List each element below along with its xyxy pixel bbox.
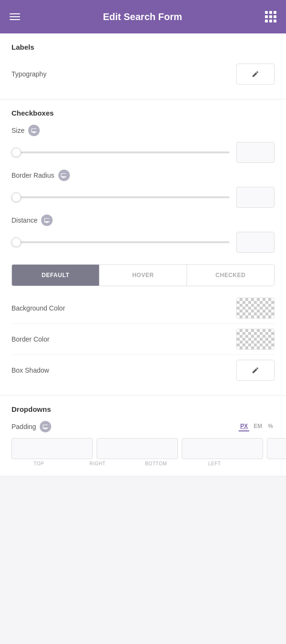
background-color-label: Background Color xyxy=(11,304,65,312)
typography-edit-button[interactable] xyxy=(236,64,275,85)
size-label: Size xyxy=(11,127,24,134)
checkboxes-section-title: Checkboxes xyxy=(11,109,275,117)
distance-slider-row xyxy=(11,232,275,253)
padding-field-labels: TOP RIGHT BOTTOM LEFT xyxy=(11,461,275,466)
padding-inputs-row xyxy=(11,438,275,459)
background-color-swatch[interactable] xyxy=(236,298,275,319)
padding-right-input[interactable] xyxy=(97,438,178,459)
size-device-badge[interactable] xyxy=(28,125,40,136)
dropdowns-section: Dropdowns Padding PX EM % TOP xyxy=(0,396,286,476)
size-slider-thumb[interactable] xyxy=(11,148,21,157)
border-radius-slider-input[interactable] xyxy=(236,187,275,208)
border-radius-slider-group xyxy=(11,181,275,215)
border-color-row: Border Color xyxy=(11,324,275,355)
monitor-icon-3 xyxy=(44,217,50,224)
label-top: TOP xyxy=(11,461,66,466)
size-slider-row xyxy=(11,142,275,163)
padding-label: Padding xyxy=(11,423,36,430)
dropdowns-section-title: Dropdowns xyxy=(11,405,275,413)
monitor-icon xyxy=(31,128,37,134)
size-slider-track[interactable] xyxy=(11,151,230,153)
app-header: Edit Search Form xyxy=(0,0,286,33)
unit-px[interactable]: PX xyxy=(239,422,249,431)
label-right: RIGHT xyxy=(70,461,125,466)
label-link-spacer xyxy=(246,461,275,466)
distance-slider-group xyxy=(11,226,275,259)
padding-bottom-input[interactable] xyxy=(182,438,263,459)
label-left: LEFT xyxy=(187,461,242,466)
distance-slider-thumb[interactable] xyxy=(11,237,21,247)
checkboxes-section: Checkboxes Size Border Radius xyxy=(0,99,286,396)
typography-row: Typography xyxy=(11,59,275,89)
padding-header: Padding PX EM % xyxy=(11,421,275,432)
distance-label: Distance xyxy=(11,216,37,224)
border-radius-slider-track[interactable] xyxy=(11,196,230,198)
apps-button[interactable] xyxy=(265,11,276,22)
menu-button[interactable] xyxy=(10,13,20,20)
monitor-icon-2 xyxy=(61,172,67,179)
size-slider-input[interactable] xyxy=(236,142,275,163)
pencil-icon xyxy=(252,70,259,78)
border-radius-device-badge[interactable] xyxy=(58,170,70,181)
label-bottom: BOTTOM xyxy=(129,461,184,466)
background-color-row: Background Color xyxy=(11,293,275,324)
distance-label-row: Distance xyxy=(11,215,275,226)
tab-checked[interactable]: CHECKED xyxy=(187,265,274,286)
tab-hover[interactable]: HOVER xyxy=(99,265,187,286)
border-radius-label: Border Radius xyxy=(11,172,55,179)
unit-em[interactable]: EM xyxy=(252,422,264,431)
box-shadow-row: Box Shadow xyxy=(11,355,275,386)
labels-section-title: Labels xyxy=(11,43,275,51)
padding-left-input[interactable] xyxy=(267,438,286,459)
unit-percent[interactable]: % xyxy=(266,422,275,431)
typography-label: Typography xyxy=(11,70,46,78)
padding-top-input[interactable] xyxy=(11,438,93,459)
size-label-row: Size xyxy=(11,125,275,136)
page-title: Edit Search Form xyxy=(103,11,182,22)
distance-slider-input[interactable] xyxy=(236,232,275,253)
box-shadow-label: Box Shadow xyxy=(11,366,49,374)
monitor-icon-4 xyxy=(43,424,49,430)
state-tabs: DEFAULT HOVER CHECKED xyxy=(11,264,275,286)
border-radius-label-row: Border Radius xyxy=(11,170,275,181)
border-color-label: Border Color xyxy=(11,335,49,343)
padding-label-group: Padding xyxy=(11,421,51,432)
size-slider-group xyxy=(11,136,275,170)
pencil-icon-2 xyxy=(252,366,259,374)
box-shadow-edit-button[interactable] xyxy=(236,360,275,381)
tab-default[interactable]: DEFAULT xyxy=(12,265,99,286)
border-radius-slider-thumb[interactable] xyxy=(11,193,21,202)
labels-section: Labels Typography xyxy=(0,33,286,99)
border-radius-slider-row xyxy=(11,187,275,208)
distance-slider-track[interactable] xyxy=(11,241,230,243)
padding-units: PX EM % xyxy=(239,422,275,431)
border-color-swatch[interactable] xyxy=(236,329,275,350)
padding-device-badge[interactable] xyxy=(40,421,51,432)
distance-device-badge[interactable] xyxy=(41,215,53,226)
